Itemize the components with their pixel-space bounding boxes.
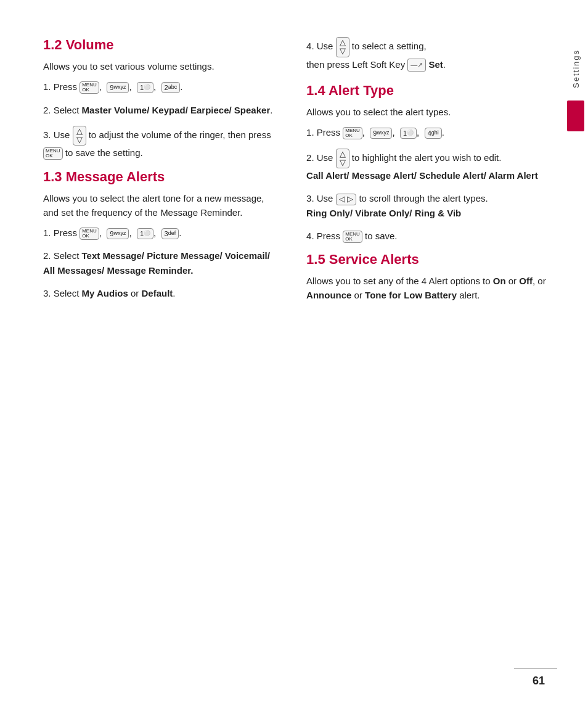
- nav-ud-key: △▽: [73, 126, 86, 146]
- step2-bold: Master Volume/ Keypad/ Earpiece/ Speaker: [82, 105, 271, 115]
- key-9wxyz2: 9wxyz: [107, 228, 129, 239]
- page-number: 61: [533, 675, 545, 688]
- section-1-2-step2: 2. Select Master Volume/ Keypad/ Earpiec…: [43, 103, 282, 117]
- key-1c: 1⚪: [400, 128, 417, 139]
- section-1-2-step1: 1. Press MENUOK, 9wxyz, 1⚪, 2abc.: [43, 80, 282, 94]
- soft-key-icon: —↗: [407, 59, 426, 72]
- nav-ud-key3: △▽: [336, 149, 349, 169]
- key-1: 1⚪: [137, 82, 153, 93]
- section-1-2-step3: 3. Use △▽ to adjust the volume of the ri…: [43, 126, 282, 160]
- section-1-2-title: 1.2 Volume: [43, 37, 282, 53]
- key-1b: 1⚪: [137, 228, 153, 239]
- sidebar-label: Settings: [571, 49, 581, 88]
- tone-bold: Tone for Low Battery: [365, 290, 457, 300]
- nav-lr-key: ◁ ▷: [336, 194, 357, 205]
- key-menu-ok: MENUOK: [80, 81, 99, 94]
- section-1-3: 1.3 Message Alerts Allows you to select …: [43, 169, 282, 301]
- key-menu-ok2: MENUOK: [43, 147, 63, 160]
- set-label: Set: [429, 59, 443, 70]
- key-4ghi: 4ghi: [425, 128, 442, 139]
- key-menu-ok5: MENUOK: [343, 231, 362, 243]
- section-1-3-title: 1.3 Message Alerts: [43, 169, 282, 185]
- key-menu-ok3: MENUOK: [80, 228, 99, 240]
- nav-ud-key2: △▽: [336, 37, 349, 57]
- key-9wxyz: 9wxyz: [107, 82, 129, 93]
- sidebar-bar: [567, 101, 584, 131]
- section-1-4-step3: 3. Use ◁ ▷ to scroll through the alert t…: [306, 191, 557, 220]
- step-num: 1. Press: [43, 81, 80, 92]
- section-1-5-title: 1.5 Service Alerts: [306, 252, 557, 268]
- left-column: 1.2 Volume Allows you to set various vol…: [43, 37, 300, 681]
- ring-types-bold: Ring Only/ Vibrate Only/ Ring & Vib: [306, 208, 461, 218]
- my-audios: My Audios: [82, 288, 128, 298]
- section-1-3-desc: Allows you to select the alert tone for …: [43, 191, 282, 220]
- announce-bold: Announce: [306, 290, 351, 300]
- section-1-3-step1: 1. Press MENUOK, 9wxyz, 1⚪, 3def.: [43, 226, 282, 240]
- continued-step4: 4. Use △▽ to select a setting, then pres…: [306, 37, 557, 72]
- off-bold: Off: [519, 276, 533, 286]
- key-menu-ok4: MENUOK: [343, 127, 362, 139]
- section-1-2-desc: Allows you to set various volume setting…: [43, 59, 282, 73]
- section-1-4-step2: 2. Use △▽ to highlight the alert you wis…: [306, 149, 557, 183]
- key-2abc: 2abc: [161, 82, 181, 93]
- step2b-bold: Text Message/ Picture Message/ Voicemail…: [43, 250, 270, 275]
- key-9wxyz3: 9wxyz: [370, 128, 392, 139]
- page-divider: [514, 668, 557, 670]
- sidebar: Settings: [563, 0, 588, 706]
- section-1-2: 1.2 Volume Allows you to set various vol…: [43, 37, 282, 160]
- section-1-4-title: 1.4 Alert Type: [306, 83, 557, 99]
- page: 1.2 Volume Allows you to set various vol…: [0, 0, 588, 706]
- section-1-5-desc: Allows you to set any of the 4 Alert opt…: [306, 274, 557, 303]
- section-1-3-step2: 2. Select Text Message/ Picture Message/…: [43, 248, 282, 277]
- section-1-3-step3: 3. Select My Audios or Default.: [43, 286, 282, 300]
- section-1-4: 1.4 Alert Type Allows you to select the …: [306, 83, 557, 243]
- right-column: 4. Use △▽ to select a setting, then pres…: [300, 37, 557, 681]
- key-3def: 3def: [161, 228, 179, 239]
- section-1-5: 1.5 Service Alerts Allows you to set any…: [306, 252, 557, 303]
- section-1-4-desc: Allows you to select the alert types.: [306, 105, 557, 119]
- on-bold: On: [493, 276, 506, 286]
- section-1-4-step4: 4. Press MENUOK to save.: [306, 229, 557, 243]
- alert-types-bold: Call Alert/ Message Alert/ Schedule Aler…: [306, 170, 538, 181]
- default: Default: [142, 288, 173, 298]
- section-1-4-step1: 1. Press MENUOK, 9wxyz, 1⚪, 4ghi.: [306, 125, 557, 139]
